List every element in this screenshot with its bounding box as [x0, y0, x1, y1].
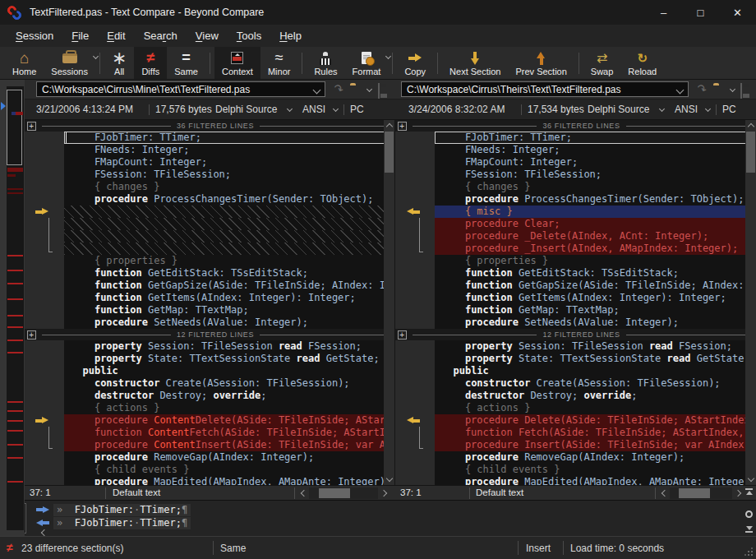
code-text[interactable]: { child events } — [64, 464, 394, 476]
code-text[interactable] — [64, 230, 394, 243]
left-editor-pane[interactable]: +36 FILTERED LINES FJobTimer: TTimer; FN… — [25, 120, 394, 485]
context-button[interactable]: Context — [214, 47, 260, 79]
code-text[interactable]: function GetMap: TTextMap; — [64, 304, 394, 316]
code-row[interactable]: { actions } — [395, 402, 756, 414]
right-hscroll-right-button[interactable] — [734, 488, 744, 498]
code-text[interactable]: property Session: TFileSession read FSes… — [64, 340, 394, 353]
code-row[interactable]: procedure _Delete(AIndex, ACnt: Integer)… — [395, 230, 756, 243]
overview-gutter[interactable] — [0, 80, 25, 536]
code-row[interactable]: { actions } — [25, 402, 394, 414]
right-format-select[interactable]: Delphi Source — [588, 104, 649, 115]
code-text[interactable]: procedure SetNeeds(AValue: Integer); — [435, 316, 756, 329]
code-row[interactable]: procedure Delete(ASide: TFileInSide; ASt… — [395, 414, 756, 427]
expand-section-button[interactable]: + — [27, 330, 36, 340]
code-row[interactable]: public — [395, 365, 756, 377]
code-row[interactable]: FNeeds: Integer; — [395, 144, 756, 156]
left-encoding-select[interactable]: ANSI — [302, 104, 325, 115]
code-row[interactable]: property State: TTextSessionState read G… — [25, 353, 394, 365]
format-button[interactable]: Format — [345, 47, 389, 79]
code-row[interactable]: FNeeds: Integer; — [25, 144, 394, 156]
code-row[interactable]: function GetMap: TTextMap; — [395, 304, 756, 316]
code-row[interactable]: function GetEditStack: TSsEditStack; — [25, 267, 394, 280]
left-hscroll-right-button[interactable] — [380, 488, 390, 498]
code-text[interactable]: function GetMap: TTextMap; — [435, 304, 756, 316]
code-text[interactable]: FSession: TFileSession; — [435, 169, 756, 181]
menu-file[interactable]: File — [62, 26, 98, 45]
chevron-down-icon[interactable] — [93, 53, 99, 59]
code-text[interactable]: destructor Destroy; override; — [435, 390, 756, 402]
code-text[interactable]: function GetGapSize(ASide: TFileInSide; … — [64, 280, 394, 292]
code-row[interactable]: { properties } — [25, 255, 394, 267]
left-scrollbar-thumb[interactable] — [385, 132, 394, 173]
right-folder-chevron-icon[interactable] — [730, 86, 735, 92]
menu-edit[interactable]: Edit — [98, 26, 134, 45]
code-row[interactable]: FJobTimer: TTimer; — [395, 132, 756, 144]
menu-help[interactable]: Help — [270, 26, 311, 45]
code-row[interactable]: FJobTimer: TTimer; — [25, 132, 394, 144]
left-hscroll-thumb[interactable] — [319, 488, 350, 498]
chevron-down-icon[interactable] — [676, 86, 685, 95]
prev-section-button[interactable]: Prev Section — [508, 47, 574, 79]
code-row[interactable]: destructor Destroy; override; — [25, 390, 394, 402]
code-text[interactable]: FMapCount: Integer; — [64, 156, 394, 169]
code-row[interactable]: procedure ContentInsert(ASide: TFileInSi… — [25, 439, 394, 451]
code-text[interactable]: FJobTimer: TTimer; — [435, 132, 756, 144]
code-row[interactable]: { child events } — [395, 464, 756, 476]
code-row[interactable]: public — [25, 365, 394, 377]
code-text[interactable]: constructor Create(ASession: TFileSessio… — [435, 377, 756, 390]
scroll-up-button[interactable] — [384, 120, 394, 131]
chevron-down-icon[interactable] — [287, 106, 293, 112]
code-text[interactable]: procedure ProcessChangesTimer(Sender: TO… — [435, 193, 756, 206]
code-text[interactable]: procedure RemoveGap(AIndex: Integer); — [435, 451, 756, 464]
home-button[interactable]: ⌂Home — [5, 47, 44, 79]
code-text[interactable]: { misc } — [435, 206, 756, 218]
code-text[interactable]: procedure ContentDelete(ASide: TFileInSi… — [64, 414, 394, 427]
expand-section-button[interactable]: + — [398, 122, 407, 131]
section-arrow-left-icon[interactable] — [406, 208, 420, 215]
gap-row[interactable] — [25, 243, 394, 255]
code-text[interactable]: procedure Insert(ASide: TFileInSide; var… — [435, 439, 756, 451]
code-row[interactable]: procedure ProcessChangesTimer(Sender: TO… — [395, 193, 756, 206]
menu-view[interactable]: View — [187, 26, 228, 45]
scroll-down-button[interactable] — [745, 474, 756, 485]
code-text[interactable]: procedure MapEdited(AMapIndex, AMapAnte:… — [435, 476, 756, 485]
code-row[interactable]: { changes } — [395, 181, 756, 193]
chevron-down-icon[interactable] — [385, 53, 391, 59]
menu-search[interactable]: Search — [135, 26, 187, 45]
code-text[interactable]: procedure ProcessChangesTimer(Sender: TO… — [64, 193, 394, 206]
left-save-icon[interactable] — [378, 84, 380, 99]
close-button[interactable]: ✕ — [719, 0, 756, 25]
section-arrow-left-icon[interactable] — [406, 417, 420, 424]
code-text[interactable]: { actions } — [435, 402, 756, 414]
code-row[interactable]: procedure RemoveGap(AIndex: Integer); — [395, 451, 756, 464]
code-text[interactable]: property State: TTextSessionState read G… — [435, 353, 756, 365]
maximize-button[interactable]: □ — [682, 0, 719, 25]
all-button[interactable]: ∗All — [104, 47, 134, 79]
code-text[interactable]: { properties } — [64, 255, 394, 267]
right-hscroll-left-button[interactable] — [658, 488, 668, 498]
chevron-down-icon[interactable] — [313, 86, 321, 95]
right-vertical-scrollbar[interactable] — [745, 120, 756, 485]
code-text[interactable]: FNeeds: Integer; — [435, 144, 756, 156]
code-row[interactable]: function GetGapSize(ASide: TFileInSide; … — [25, 280, 394, 292]
code-text[interactable]: property Session: TFileSession read FSes… — [435, 340, 756, 353]
code-row[interactable]: function GetItems(AIndex: Integer): Inte… — [25, 292, 394, 304]
right-open-from-other-icon[interactable]: ↷ — [697, 81, 707, 96]
code-row[interactable]: procedure SetNeeds(AValue: Integer); — [395, 316, 756, 329]
code-row[interactable]: constructor Create(ASession: TFileSessio… — [395, 377, 756, 390]
section-arrow-right-icon[interactable] — [35, 417, 49, 424]
code-text[interactable]: procedure RemoveGap(AIndex: Integer); — [64, 451, 394, 464]
code-row[interactable]: function Fetch(ASide: TFileInSide; AStar… — [395, 427, 756, 439]
expand-section-button[interactable]: + — [398, 330, 407, 340]
diffs-button[interactable]: ≠Diffs — [134, 47, 167, 79]
left-format-select[interactable]: Delphi Source — [215, 104, 277, 115]
swap-button[interactable]: ⇄Swap — [583, 47, 621, 79]
left-open-from-other-icon[interactable]: ↷ — [334, 81, 343, 96]
code-row[interactable]: function ContentFetch(ASide: TFileInSide… — [25, 427, 394, 439]
code-text[interactable]: procedure MapEdited(AMapIndex, AMapAnte:… — [64, 476, 394, 485]
code-text[interactable]: { properties } — [435, 255, 756, 267]
code-text[interactable]: constructor Create(ASession: TFileSessio… — [64, 377, 394, 390]
code-row[interactable]: function GetItems(AIndex: Integer): Inte… — [395, 292, 756, 304]
code-text[interactable]: function GetEditStack: TSsEditStack; — [435, 267, 756, 280]
code-row[interactable]: { misc } — [395, 206, 756, 218]
